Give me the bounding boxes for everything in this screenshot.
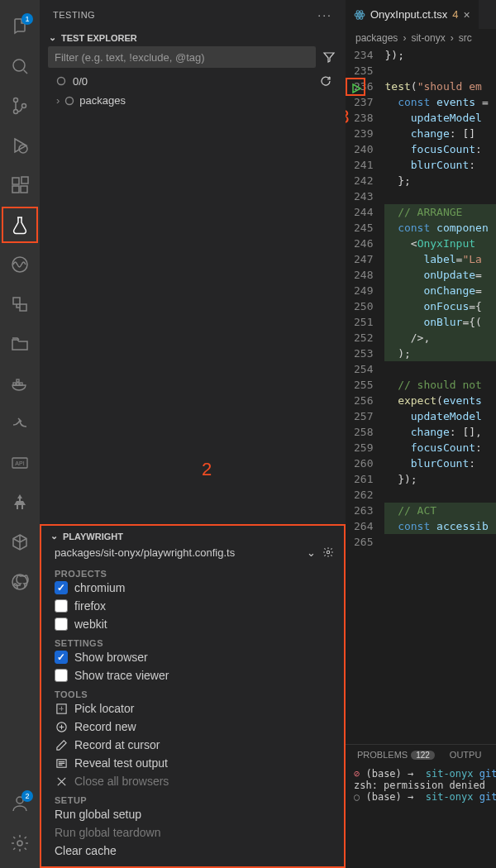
annotation-3: 3	[346, 107, 350, 127]
output-icon	[55, 757, 68, 770]
code-editor[interactable]: });test("should em const events = update…	[384, 47, 496, 744]
run-debug-icon[interactable]	[0, 126, 40, 165]
run-test-gutter-button[interactable]	[346, 78, 365, 96]
checkbox[interactable]	[55, 599, 68, 613]
waveform-icon[interactable]	[0, 245, 40, 284]
filter-icon[interactable]	[321, 49, 337, 65]
svg-rect-8	[21, 177, 28, 184]
cube-icon[interactable]	[0, 522, 40, 562]
settings-gear-icon[interactable]	[0, 823, 40, 863]
checkbox[interactable]	[55, 651, 68, 664]
svg-point-1	[14, 98, 18, 103]
test-explorer-label: TEST EXPLORER	[61, 33, 137, 43]
chevron-down-icon[interactable]: ⌄	[307, 546, 316, 559]
playwright-label: PLAYWRIGHT	[63, 532, 123, 541]
tab-bar: OnyxInput.ct.tsx 4 ×	[346, 0, 496, 29]
record-icon	[55, 721, 68, 733]
tool-reveal-test-output[interactable]: Reveal test output	[41, 754, 344, 772]
project-webkit[interactable]: webkit	[41, 615, 344, 633]
accounts-icon[interactable]: 2	[0, 784, 40, 823]
svg-point-3	[22, 104, 26, 108]
test-count: 0/0	[73, 75, 88, 88]
edit-icon	[55, 739, 68, 751]
setup-section-label: SETUP	[41, 790, 344, 805]
tree-icon[interactable]	[0, 483, 40, 522]
annotation-2: 2	[202, 459, 212, 480]
test-explorer-header[interactable]: ⌄ TEST EXPLORER	[40, 29, 346, 46]
close-icon	[55, 775, 68, 788]
svg-point-23	[327, 551, 330, 554]
playwright-config-path[interactable]: packages/sit-onyx/playwright.config.ts	[55, 546, 235, 559]
svg-rect-11	[20, 304, 26, 311]
svg-text:API: API	[15, 460, 24, 466]
packages-label: packages	[79, 94, 126, 107]
filter-input[interactable]	[48, 46, 316, 68]
testing-icon[interactable]	[2, 207, 38, 243]
explorer-icon[interactable]: 1	[0, 7, 40, 46]
editor-tab[interactable]: OnyxInput.ct.tsx 4 ×	[346, 0, 479, 29]
svg-point-0	[13, 60, 25, 71]
line-gutter: 2342352362372382392402412422432442452462…	[346, 47, 384, 744]
setting-show-browser[interactable]: Show browser	[41, 648, 344, 666]
editor-area: OnyxInput.ct.tsx 4 × packages › sit-onyx…	[346, 0, 496, 868]
folder-icon[interactable]	[0, 324, 40, 364]
settings-section-label: SETTINGS	[41, 633, 344, 648]
tab-modified-count: 4	[452, 8, 458, 21]
close-icon[interactable]: ×	[463, 8, 470, 21]
projects-section-label: PROJECTS	[41, 564, 344, 579]
packages-tree-item[interactable]: › packages	[40, 91, 346, 110]
svg-rect-5	[12, 178, 19, 184]
tool-close-all-browsers: Close all browsers	[41, 772, 344, 790]
project-firefox[interactable]: firefox	[41, 597, 344, 615]
playwright-panel: ⌄ PLAYWRIGHT packages/sit-onyx/playwrigh…	[40, 524, 346, 868]
tool-record-at-cursor[interactable]: Record at cursor	[41, 736, 344, 754]
svg-rect-10	[13, 298, 20, 304]
docker-icon[interactable]	[0, 364, 40, 403]
svg-point-27	[359, 13, 360, 15]
svg-rect-7	[21, 186, 27, 193]
setup-clear-cache[interactable]: Clear cache	[41, 842, 344, 860]
tool-record-new[interactable]: Record new	[41, 718, 344, 736]
tools-section-label: TOOLS	[41, 684, 344, 699]
github-icon[interactable]	[0, 562, 40, 602]
sidebar-title: TESTING	[53, 10, 95, 20]
explorer-badge: 1	[21, 13, 33, 25]
terminal-body[interactable]: ⊘ (base) → sit-onyx git zsh: permission …	[346, 765, 496, 868]
share-icon[interactable]	[0, 403, 40, 443]
chevron-down-icon: ⌄	[48, 531, 60, 541]
svg-point-20	[17, 841, 22, 846]
setting-show-trace-viewer[interactable]: Show trace viewer	[41, 666, 344, 684]
breadcrumbs[interactable]: packages › sit-onyx › src	[346, 29, 496, 47]
search-icon[interactable]	[0, 46, 40, 86]
source-control-icon[interactable]	[0, 86, 40, 126]
checkbox[interactable]	[55, 618, 68, 631]
setup-run-global-setup[interactable]: Run global setup	[41, 805, 344, 823]
chevron-down-icon: ⌄	[46, 32, 58, 43]
gear-icon[interactable]	[322, 546, 334, 559]
checkbox[interactable]	[55, 581, 68, 594]
sidebar: TESTING ··· ⌄ TEST EXPLORER 0/0 › packag…	[40, 0, 346, 868]
svg-rect-15	[17, 379, 19, 382]
accounts-badge: 2	[21, 790, 33, 802]
output-tab[interactable]: OUTPU	[450, 750, 482, 760]
terminal-panel: PROBLEMS122 OUTPU ⊘ (base) → sit-onyx gi…	[346, 744, 496, 868]
api-icon[interactable]: API	[0, 443, 40, 483]
target-icon	[55, 703, 68, 715]
project-chromium[interactable]: chromium	[41, 579, 344, 597]
references-icon[interactable]	[0, 284, 40, 324]
tab-filename: OnyxInput.ct.tsx	[370, 8, 447, 21]
problems-tab[interactable]: PROBLEMS122	[357, 750, 435, 760]
svg-point-22	[66, 97, 74, 104]
checkbox[interactable]	[55, 669, 68, 682]
extensions-icon[interactable]	[0, 165, 40, 205]
refresh-icon[interactable]	[317, 73, 334, 89]
svg-point-2	[14, 110, 18, 114]
more-icon[interactable]: ···	[317, 8, 332, 21]
svg-rect-6	[12, 186, 19, 193]
activity-bar: 1 API 2	[0, 0, 40, 868]
playwright-header[interactable]: ⌄ PLAYWRIGHT	[41, 526, 344, 545]
tool-pick-locator[interactable]: Pick locator	[41, 699, 344, 718]
svg-point-21	[58, 78, 65, 85]
setup-run-global-teardown: Run global teardown	[41, 823, 344, 842]
